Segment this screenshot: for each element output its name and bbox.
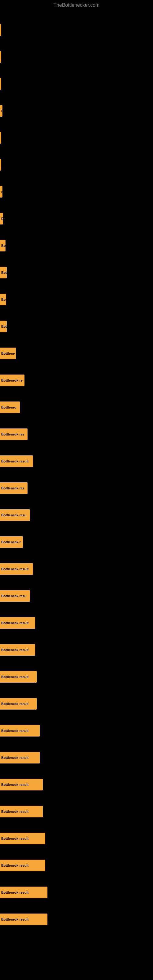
bar-item: Bottleneck result bbox=[0, 698, 37, 710]
bar-label: Bottleneck result bbox=[1, 702, 29, 706]
bar-item: Bottleneck result bbox=[0, 860, 45, 871]
bar-label: Bottleneck result bbox=[1, 918, 29, 921]
bar-item: Bottleneck re bbox=[0, 375, 24, 386]
bar-row: E bbox=[0, 205, 153, 232]
bar-row bbox=[0, 70, 153, 97]
bar-label: Bo bbox=[1, 244, 5, 247]
bar-item bbox=[0, 159, 1, 170]
bar-item: Bottleneck result bbox=[0, 725, 40, 737]
bar-row: Bottleneck result bbox=[0, 448, 153, 475]
bar-label: Bottleneck result bbox=[1, 648, 29, 652]
bar-label: Bottleneck result bbox=[1, 783, 29, 786]
bar-item: Bottleneck result bbox=[0, 913, 48, 925]
bar-row: Bottleneck result bbox=[0, 798, 153, 825]
bar-label: Bottlenec bbox=[1, 406, 16, 409]
bar-row: Bottleneck result bbox=[0, 825, 153, 852]
bar-row: Bottleneck result bbox=[0, 852, 153, 879]
bar-label: Bottleneck result bbox=[1, 621, 29, 625]
bar-item: Bottleneck resu bbox=[0, 590, 30, 602]
bars-container: RsEBoBotBoBotBottleneBottleneck reBottle… bbox=[0, 10, 153, 933]
bar-label: Bottleneck r bbox=[1, 540, 21, 544]
bar-item: Bottleneck result bbox=[0, 886, 48, 898]
bar-item: Bottleneck result bbox=[0, 455, 33, 467]
bar-item bbox=[0, 51, 1, 63]
bar-label: Bottleneck result bbox=[1, 460, 29, 463]
bar-item: Bottleneck result bbox=[0, 806, 43, 818]
bar-item: R bbox=[0, 105, 2, 117]
bar-item: E bbox=[0, 213, 3, 224]
bar-row: s bbox=[0, 178, 153, 205]
site-title-container: TheBottlenecker.com bbox=[0, 0, 153, 10]
bar-row: Bottleneck r bbox=[0, 528, 153, 555]
bar-label: Bottleneck res bbox=[1, 486, 24, 490]
site-title: TheBottlenecker.com bbox=[0, 0, 153, 10]
bar-item: Bottleneck result bbox=[0, 617, 35, 629]
bar-item: Bottleneck result bbox=[0, 833, 45, 844]
bar-label: Bottleneck result bbox=[1, 756, 29, 759]
bar-row: R bbox=[0, 97, 153, 124]
bar-item: Bot bbox=[0, 321, 7, 332]
bar-label: Bot bbox=[1, 271, 7, 274]
bar-row: Bottlenec bbox=[0, 394, 153, 421]
bar-label: Bot bbox=[1, 325, 7, 328]
bar-row: Bottleneck result bbox=[0, 879, 153, 906]
bar-row: Bottleneck re bbox=[0, 367, 153, 394]
bar-row: Bottleneck result bbox=[0, 717, 153, 744]
bar-row: Bottleneck res bbox=[0, 475, 153, 502]
bar-row: Bot bbox=[0, 313, 153, 340]
bar-label: Bottleneck result bbox=[1, 810, 29, 813]
bar-row: Bot bbox=[0, 259, 153, 286]
bar-item: Bottleneck resu bbox=[0, 509, 30, 521]
bar-item: Bottleneck res bbox=[0, 482, 27, 494]
bar-item: Bot bbox=[0, 267, 7, 278]
bar-label: s bbox=[1, 190, 2, 194]
bar-row: Bottleneck result bbox=[0, 744, 153, 771]
bar-label: Bottleneck result bbox=[1, 891, 29, 894]
bar-item: Bottleneck result bbox=[0, 752, 40, 764]
bar-label: Bottleneck resu bbox=[1, 594, 27, 598]
bar-label: E bbox=[1, 217, 3, 221]
bar-item: s bbox=[0, 186, 2, 197]
bar-row bbox=[0, 124, 153, 151]
bar-label: Bottleneck result bbox=[1, 837, 29, 840]
bar-item: Bottleneck result bbox=[0, 644, 35, 656]
bar-row: Bottleneck result bbox=[0, 663, 153, 690]
bar-item: Bottleneck result bbox=[0, 671, 37, 682]
bar-label: Bottleneck result bbox=[1, 567, 29, 571]
bar-label: Bottlene bbox=[1, 352, 15, 355]
bar-row: Bottlene bbox=[0, 340, 153, 367]
bar-label: Bottleneck resu bbox=[1, 513, 27, 517]
bar-row: Bottleneck result bbox=[0, 636, 153, 663]
bar-item: Bottleneck result bbox=[0, 779, 43, 791]
bar-row: Bottleneck result bbox=[0, 609, 153, 636]
bar-label: Bottleneck re bbox=[1, 379, 22, 382]
bar-label: R bbox=[1, 109, 2, 113]
bar-row: Bottleneck result bbox=[0, 690, 153, 717]
bar-row: Bottleneck result bbox=[0, 771, 153, 798]
bar-row: Bottleneck resu bbox=[0, 582, 153, 609]
bar-item bbox=[0, 132, 1, 144]
bar-item bbox=[0, 24, 1, 36]
bar-row bbox=[0, 151, 153, 178]
bar-row bbox=[0, 16, 153, 43]
bar-label: Bottleneck result bbox=[1, 864, 29, 867]
bar-item: Bottleneck r bbox=[0, 536, 23, 548]
bar-item: Bo bbox=[0, 240, 5, 251]
bar-item: Bottlene bbox=[0, 348, 16, 359]
bar-row: Bottleneck result bbox=[0, 555, 153, 582]
bar-label: Bo bbox=[1, 298, 6, 301]
bar-row: Bottleneck res bbox=[0, 421, 153, 448]
bar-item: Bottleneck res bbox=[0, 428, 27, 440]
bar-item: Bottlenec bbox=[0, 401, 20, 413]
bar-row: Bottleneck resu bbox=[0, 502, 153, 528]
bar-label: Bottleneck result bbox=[1, 729, 29, 733]
bar-row: Bo bbox=[0, 232, 153, 259]
bar-label: Bottleneck res bbox=[1, 433, 24, 436]
bar-label: Bottleneck result bbox=[1, 675, 29, 679]
bar-row bbox=[0, 43, 153, 70]
bar-item bbox=[0, 78, 1, 90]
bar-item: Bo bbox=[0, 294, 6, 305]
bar-row: Bo bbox=[0, 286, 153, 313]
bar-row: Bottleneck result bbox=[0, 906, 153, 933]
bar-item: Bottleneck result bbox=[0, 563, 33, 575]
